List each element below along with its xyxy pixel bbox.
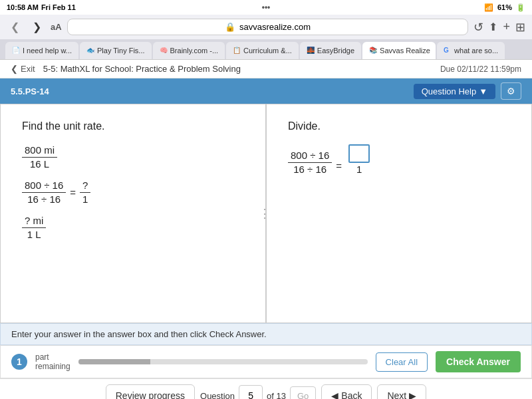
fraction-numerator-1: 800 mi (22, 144, 57, 158)
question-nav: Question of 13 Go (200, 385, 316, 399)
eq1-den2: 1 (80, 193, 90, 205)
fraction-denominator-1: 16 L (27, 158, 52, 170)
eq1-num: 800 ÷ 16 (22, 180, 66, 193)
back-label: Back (341, 390, 362, 399)
tab-favicon-2: 🐟 (86, 47, 94, 55)
fraction-800-16: 800 mi 16 L (22, 143, 244, 172)
status-time: 10:58 AM (7, 3, 39, 11)
part-number: 1 (11, 354, 27, 370)
instruction-bar: Enter your answer in the answer box and … (0, 323, 532, 345)
math-block-right: 800 ÷ 16 16 ÷ 16 = 1 (288, 143, 510, 177)
tab-google[interactable]: G what are so... (437, 42, 505, 59)
browser-chrome: ❮ ❯ aA 🔒 savvasrealize.com ↺ ⬆ + ⊞ 📄 I n… (0, 15, 532, 60)
next-label: Next (387, 390, 406, 399)
exit-button[interactable]: ❮ Exit (11, 64, 35, 74)
tab-label-2: Play Tiny Fis... (97, 47, 145, 55)
status-day: Fri Feb 11 (41, 3, 76, 11)
dropdown-icon: ▼ (479, 86, 487, 96)
status-ellipsis: ••• (262, 3, 271, 12)
aa-button[interactable]: aA (51, 22, 62, 32)
tab-1[interactable]: 📄 I need help w... (5, 42, 78, 59)
result-den: 1 L (25, 228, 44, 241)
tab-4[interactable]: 📋 Curriculum &... (226, 42, 299, 59)
tab-favicon-5: 🌉 (307, 47, 315, 55)
url-text: savvasrealize.com (239, 22, 311, 32)
back-arrow-icon: ◀ (331, 390, 338, 399)
equation-line-1: 800 ÷ 16 16 ÷ 16 = ? 1 (22, 178, 244, 207)
instruction-text: Enter your answer in the answer box and … (11, 329, 267, 339)
clear-all-button[interactable]: Clear All (376, 352, 428, 372)
add-tab-icon[interactable]: + (503, 20, 510, 34)
status-bar: 10:58 AM Fri Feb 11 ••• 📶 61% 🔋 (0, 0, 532, 15)
wifi-icon: 📶 (484, 3, 493, 12)
lesson-title: 5-5: MathXL for School: Practice & Probl… (43, 64, 241, 74)
grid-icon[interactable]: ⊞ (515, 20, 525, 35)
equals-sign-1: = (70, 182, 76, 203)
right-panel: Divide. 800 ÷ 16 16 ÷ 16 = 1 (267, 104, 531, 323)
reload-icon[interactable]: ↺ (473, 20, 483, 35)
tab-favicon-1: 📄 (12, 47, 20, 55)
eq1-num2: ? (80, 180, 90, 193)
due-date: Due 02/11/22 11:59pm (440, 65, 521, 74)
tab-2[interactable]: 🐟 Play Tiny Fis... (80, 42, 152, 59)
tabs-bar: 📄 I need help w... 🐟 Play Tiny Fis... 🧠 … (0, 39, 532, 59)
back-button[interactable]: ❮ (7, 19, 23, 35)
divide-equation: 800 ÷ 16 16 ÷ 16 = 1 (288, 143, 510, 177)
result-num: ? mi (22, 215, 46, 228)
progress-bar-fill (78, 359, 151, 364)
forward-button[interactable]: ❯ (29, 19, 45, 35)
right-denominator: 1 (354, 163, 364, 176)
tab-3[interactable]: 🧠 Brainly.com -... (153, 42, 225, 59)
main-content: Find the unit rate. 800 mi 16 L 800 ÷ 16… (0, 104, 532, 323)
go-button[interactable]: Go (290, 386, 316, 400)
tab-label-3: Brainly.com -... (170, 47, 219, 55)
address-bar[interactable]: 🔒 savvasrealize.com (67, 19, 469, 35)
answer-bar: 1 part remaining Clear All Check Answer (0, 345, 532, 378)
app-bar: ❮ Exit 5-5: MathXL for School: Practice … (0, 60, 532, 78)
battery-icon: 🔋 (516, 3, 525, 12)
bottom-nav: Review progress Question of 13 Go ◀ Back… (0, 378, 532, 399)
tab-label-google: what are so... (454, 47, 498, 55)
tab-label-5: EasyBridge (317, 47, 354, 55)
battery-level: 61% (497, 3, 512, 11)
right-panel-title: Divide. (288, 120, 510, 132)
tab-favicon-savvas: 📚 (369, 47, 377, 55)
check-answer-button[interactable]: Check Answer (436, 351, 521, 372)
tab-favicon-3: 🧠 (160, 47, 168, 55)
tab-label-savvas: Savvas Realize (380, 47, 430, 55)
question-id: 5.5.PS-14 (11, 86, 49, 96)
left-panel: Find the unit rate. 800 mi 16 L 800 ÷ 16… (1, 104, 267, 323)
question-label: Question (200, 391, 235, 400)
tab-label-4: Curriculum &... (243, 47, 292, 55)
next-nav-button[interactable]: Next ▶ (377, 384, 426, 399)
part-label: part remaining (35, 352, 70, 372)
settings-gear-button[interactable]: ⚙ (501, 82, 521, 100)
divide-num: 800 ÷ 16 (288, 150, 332, 163)
tab-label-1: I need help w... (23, 47, 72, 55)
tab-favicon-4: 📋 (233, 47, 241, 55)
lock-icon: 🔒 (225, 22, 235, 32)
fraction-result: ? mi 1 L (22, 213, 244, 242)
gear-icon: ⚙ (507, 86, 515, 96)
tab-5[interactable]: 🌉 EasyBridge (300, 42, 361, 59)
tab-savvas[interactable]: 📚 Savvas Realize (362, 42, 436, 59)
equals-sign-right: = (336, 155, 342, 177)
panel-drag-handle[interactable]: ⋮ (259, 206, 271, 221)
eq1-den: 16 ÷ 16 (25, 193, 63, 205)
question-help-button[interactable]: Question Help ▼ (414, 84, 495, 99)
math-block-left: 800 mi 16 L 800 ÷ 16 16 ÷ 16 = ? 1 ? (22, 143, 244, 242)
answer-input-box[interactable] (348, 144, 370, 163)
question-number-input[interactable] (239, 385, 263, 399)
of-label: of 13 (267, 391, 286, 400)
share-icon[interactable]: ⬆ (489, 21, 497, 33)
tab-favicon-google: G (444, 47, 452, 55)
left-panel-title: Find the unit rate. (22, 120, 244, 132)
question-header: 5.5.PS-14 Question Help ▼ ⚙ (0, 78, 532, 104)
back-nav-button[interactable]: ◀ Back (321, 384, 372, 399)
review-progress-button[interactable]: Review progress (106, 384, 195, 399)
next-arrow-icon: ▶ (409, 390, 416, 399)
progress-bar (78, 359, 368, 364)
divide-den: 16 ÷ 16 (291, 163, 329, 176)
